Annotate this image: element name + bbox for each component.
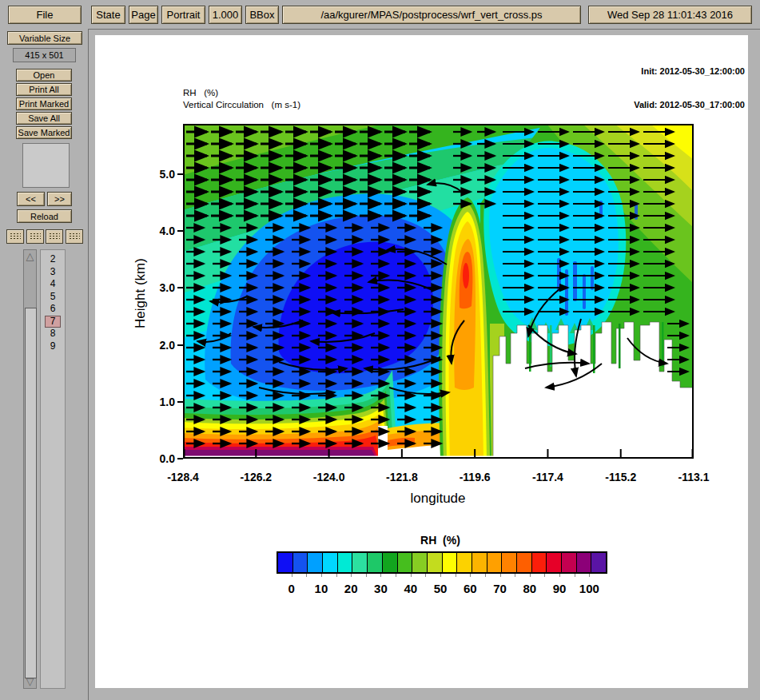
gv-window: File State Page Portrait 1.000 BBox /aa/… — [0, 0, 760, 700]
scale-button[interactable]: 1.000 — [209, 6, 242, 24]
plot-title-rh: RH (%) — [183, 88, 218, 97]
colorbar-tick — [515, 574, 515, 577]
colorbar-label: 30 — [368, 582, 392, 595]
colorbar-tick — [500, 574, 501, 577]
colorbar-tick — [544, 574, 545, 577]
y-tick-label: 0.0 — [127, 452, 175, 465]
colorbar-cell — [532, 553, 547, 572]
y-tick-label: 4.0 — [127, 225, 175, 237]
colorbar-label: 0 — [280, 582, 304, 595]
page-size-label: 415 x 501 — [13, 48, 76, 62]
y-tick-label: 2.0 — [127, 339, 175, 352]
page-number-text: 4 — [45, 278, 61, 291]
reload-button[interactable]: Reload — [17, 209, 72, 223]
colorbar-label: 50 — [428, 582, 452, 595]
mark-pattern-icon — [69, 233, 80, 241]
y-tick-mark — [177, 230, 183, 232]
colorbar-cell — [398, 553, 413, 572]
page-number-item[interactable]: 3 — [41, 266, 65, 279]
colorbar-cell — [428, 553, 443, 572]
orientation-button[interactable]: Portrait — [161, 6, 205, 24]
colorbar-label: 10 — [309, 582, 333, 595]
unmark-all-button[interactable] — [46, 229, 63, 244]
scroll-down-icon[interactable]: ▽ — [24, 676, 36, 687]
colorbar-cell — [368, 553, 383, 572]
colorbar-label: 40 — [399, 582, 423, 595]
scroll-up-icon[interactable]: △ — [24, 251, 36, 262]
page-number-item[interactable]: 7 — [41, 316, 65, 328]
colorbar-tick — [440, 574, 441, 577]
x-tick-label: -119.6 — [460, 471, 491, 483]
colorbar-cell — [457, 553, 472, 572]
colorbar-tick — [380, 574, 381, 577]
init-time-label: Init: 2012-05-30_12:00:00 — [634, 66, 745, 77]
colorbar-tick — [351, 574, 352, 577]
open-button[interactable]: Open — [16, 69, 72, 82]
page-menu-button[interactable]: Page — [129, 6, 158, 24]
state-menu-button[interactable]: State — [91, 6, 125, 24]
y-tick-mark — [177, 458, 183, 459]
colorbar-label: 100 — [577, 582, 601, 595]
next-page-button[interactable]: >> — [47, 192, 72, 206]
x-tick-label: -113.1 — [678, 471, 710, 483]
page-number-list[interactable]: 23456789 — [40, 249, 66, 689]
mark-all-button[interactable] — [26, 229, 44, 244]
bbox-button[interactable]: BBox — [245, 6, 279, 24]
y-tick-mark — [177, 173, 183, 175]
page-number-item[interactable]: 9 — [41, 340, 65, 353]
postscript-page[interactable]: Init: 2012-05-30_12:00:00 Valid: 2012-05… — [95, 35, 748, 688]
colorbar-tick — [396, 574, 396, 577]
colorbar-cell — [278, 553, 293, 572]
colorbar-label: 20 — [339, 582, 363, 595]
colorbar-label: 80 — [518, 582, 542, 595]
colorbar-label: 60 — [458, 582, 482, 595]
colorbar-cell — [577, 553, 592, 572]
colorbar-cell — [308, 553, 323, 572]
page-number-item[interactable]: 5 — [41, 291, 65, 304]
colorbar-tick — [366, 574, 367, 577]
print-all-button[interactable]: Print All — [16, 83, 72, 96]
colorbar-tick — [425, 574, 426, 577]
colorbar-tick — [470, 574, 471, 577]
y-tick-label: 5.0 — [127, 168, 175, 181]
prev-page-button[interactable]: << — [17, 192, 45, 206]
page-number-item[interactable]: 4 — [41, 278, 65, 291]
colorbar-label: 70 — [488, 582, 512, 595]
toggle-mark-button[interactable] — [6, 229, 24, 244]
x-tick-label: -121.8 — [386, 471, 418, 483]
print-marked-button[interactable]: Print Marked — [16, 97, 72, 110]
filepath-field[interactable]: /aa/kgurer/MPAS/postprocess/wrf_vert_cro… — [282, 6, 581, 24]
x-tick-label: -115.2 — [605, 471, 636, 483]
colorbar-tick — [485, 574, 486, 577]
colorbar-tick — [411, 574, 412, 577]
mark-range-button[interactable] — [66, 229, 83, 244]
colorbar-label: 90 — [547, 582, 571, 595]
colorbar-cell — [352, 553, 368, 572]
scrollbar-thumb[interactable] — [25, 308, 37, 678]
colorbar-tick — [575, 574, 575, 577]
x-tick-label: -117.4 — [532, 471, 563, 483]
file-menu-button[interactable]: File — [8, 6, 82, 24]
plot-title-circulation: Vertical Circculation (m s-1) — [183, 100, 300, 109]
x-axis-label: longitude — [358, 491, 518, 507]
colorbar-cell — [502, 553, 517, 572]
y-tick-label: 1.0 — [127, 396, 175, 408]
valid-time-label: Valid: 2012-05-30_17:00:00 — [634, 99, 745, 110]
colorbar-cell — [383, 553, 398, 572]
colorbar-tick — [292, 574, 292, 577]
variable-size-button[interactable]: Variable Size — [7, 31, 82, 45]
page-number-item[interactable]: 8 — [41, 328, 65, 340]
colorbar-tick — [559, 574, 560, 577]
colorbar-cell — [487, 553, 503, 572]
page-number-text: 6 — [45, 303, 61, 316]
page-media-box — [22, 143, 70, 188]
save-all-button[interactable]: Save All — [16, 112, 72, 125]
page-number-text: 3 — [45, 266, 61, 279]
page-number-item[interactable]: 6 — [41, 303, 65, 316]
page-number-item[interactable]: 2 — [41, 253, 65, 266]
colorbar-cell — [517, 553, 532, 572]
page-list-scrollbar[interactable]: △ ▽ — [23, 249, 37, 689]
page-number-text: 5 — [45, 291, 61, 304]
colorbar-tick — [589, 574, 590, 577]
save-marked-button[interactable]: Save Marked — [16, 126, 72, 139]
